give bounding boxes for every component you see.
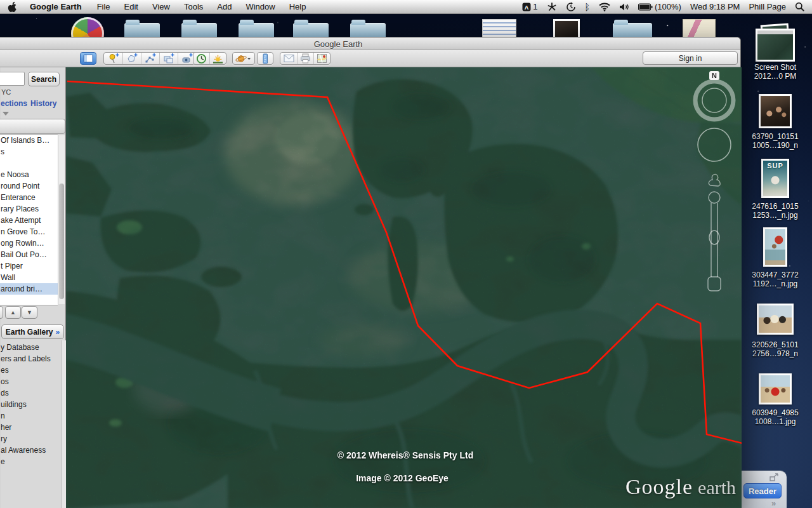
- menu-edit[interactable]: Edit: [124, 2, 138, 11]
- sup-magazine-icon[interactable]: SUP: [761, 159, 789, 198]
- battery-icon: [638, 3, 653, 11]
- bluetooth-icon[interactable]: ᛒ: [585, 2, 590, 12]
- create-tools-group: [103, 52, 197, 65]
- screenshot-file-icon[interactable]: [756, 29, 795, 62]
- places-list-item[interactable]: rary Places: [0, 203, 58, 215]
- fan-icon[interactable]: [547, 2, 557, 12]
- apple-menu-icon[interactable]: [8, 1, 17, 12]
- menu-add[interactable]: Add: [217, 2, 232, 11]
- layers-scrollbar[interactable]: [62, 340, 66, 508]
- places-list-item[interactable]: [0, 157, 58, 169]
- menu-tools[interactable]: Tools: [184, 2, 203, 11]
- battery-menu[interactable]: (100%): [638, 2, 681, 11]
- paddle-photo-icon[interactable]: [763, 227, 787, 267]
- google-earth-window: Google Earth: [0, 37, 741, 508]
- planets-button[interactable]: [232, 52, 255, 65]
- menu-clock[interactable]: Wed 9:18 PM: [690, 2, 740, 11]
- input-source-menu[interactable]: A 1: [522, 2, 537, 11]
- layers-list-item[interactable]: e: [1, 456, 62, 467]
- ruler-button[interactable]: [257, 52, 273, 65]
- layers-list-item[interactable]: ry: [1, 433, 62, 444]
- reader-button[interactable]: Reader: [743, 483, 782, 498]
- place-up-button[interactable]: ▲: [5, 306, 21, 319]
- safari-window-corner[interactable]: Reader »: [741, 471, 787, 508]
- layers-list-item[interactable]: es: [1, 364, 62, 376]
- earth-gallery-button[interactable]: Earth Gallery »: [1, 324, 64, 339]
- sidebar-toggle-button[interactable]: [80, 52, 96, 65]
- add-polygon-button[interactable]: [122, 53, 141, 64]
- historical-imagery-icon: [196, 53, 207, 64]
- places-list-item[interactable]: e Noosa: [0, 169, 58, 180]
- search-input[interactable]: [0, 72, 25, 86]
- place-down-button[interactable]: ▼: [22, 306, 37, 319]
- layers-list-item[interactable]: her: [1, 422, 62, 433]
- sign-in-button[interactable]: Sign in: [643, 51, 738, 65]
- record-tour-icon: [181, 53, 193, 64]
- menu-app-name[interactable]: Google Earth: [30, 2, 82, 11]
- historical-imagery-button[interactable]: [193, 53, 209, 64]
- places-list-item[interactable]: ake Attempt: [0, 215, 58, 226]
- view-in-maps-icon: [317, 53, 327, 64]
- file-label[interactable]: Screen Shot 2012…0 PM: [747, 63, 804, 81]
- spotlight-icon[interactable]: [795, 2, 804, 11]
- layers-list-item[interactable]: ds: [1, 387, 62, 399]
- wifi-icon[interactable]: [599, 3, 610, 11]
- cut-button[interactable]: [0, 306, 3, 319]
- file-label[interactable]: 603949_4985 1008…1.jpg: [747, 408, 804, 426]
- satellite-map[interactable]: N: [66, 67, 742, 508]
- user-menu[interactable]: Phill Page: [749, 2, 786, 11]
- menu-file[interactable]: File: [97, 2, 110, 11]
- time-machine-icon[interactable]: [566, 2, 576, 12]
- places-list-item[interactable]: t Piper: [0, 260, 58, 272]
- file-label[interactable]: 303447_3772 1192…_n.jpg: [747, 271, 804, 288]
- file-label[interactable]: 63790_10151 1005…190_n: [747, 132, 804, 150]
- image-overlay-icon: [163, 53, 174, 64]
- places-list-item[interactable]: Wall: [0, 272, 58, 283]
- photo-file-icon[interactable]: [759, 94, 792, 128]
- email-button[interactable]: [280, 53, 297, 64]
- view-in-maps-button[interactable]: [313, 53, 330, 64]
- history-link[interactable]: History: [30, 99, 56, 108]
- places-list-item-selected[interactable]: around bri…: [0, 283, 58, 295]
- file-label[interactable]: 320526_5101 2756…978_n: [747, 340, 804, 358]
- beach-photo-icon[interactable]: [759, 373, 792, 404]
- desktop: Screen Shot 2012…0 PM 63790_10151 1005…1…: [0, 0, 812, 508]
- add-placemark-button[interactable]: [104, 53, 122, 64]
- places-panel-header[interactable]: [0, 119, 65, 134]
- add-path-button[interactable]: [141, 53, 159, 64]
- layers-list-item[interactable]: n: [1, 410, 62, 422]
- layers-list-item[interactable]: os: [1, 376, 62, 387]
- places-list-item[interactable]: n Grove To…: [0, 226, 58, 237]
- share-tools-group: [280, 52, 331, 65]
- places-list-item[interactable]: Bail Out Po…: [0, 249, 58, 260]
- ruler-icon: [261, 53, 269, 64]
- sunlight-button[interactable]: [209, 53, 226, 64]
- menu-window[interactable]: Window: [246, 2, 275, 11]
- window-titlebar[interactable]: Google Earth: [0, 37, 740, 50]
- up-arrow-icon: ▲: [10, 309, 16, 316]
- menu-view[interactable]: View: [152, 2, 170, 11]
- share-icon[interactable]: [769, 473, 779, 482]
- layers-list-item[interactable]: ers and Labels: [1, 353, 62, 364]
- places-list-item[interactable]: Enterance: [0, 192, 58, 203]
- places-scrollbar-thumb[interactable]: [59, 184, 64, 299]
- get-directions-link[interactable]: ections: [1, 99, 27, 108]
- places-list-item[interactable]: s: [0, 146, 58, 157]
- add-image-overlay-button[interactable]: [159, 53, 178, 64]
- places-scrollbar[interactable]: [58, 135, 65, 304]
- places-list-item[interactable]: ong Rowin…: [0, 237, 58, 249]
- map-viewport[interactable]: N © 2012 Whereis® Sensis Pty Ltd Image ©…: [66, 67, 742, 508]
- menu-help[interactable]: Help: [289, 2, 306, 11]
- layers-list-item[interactable]: uildings: [1, 399, 62, 410]
- collapse-chevron-icon[interactable]: [3, 112, 9, 116]
- file-label[interactable]: 247616_1015 1253…_n.jpg: [747, 202, 804, 220]
- group-photo-icon[interactable]: [757, 304, 794, 335]
- overflow-chevron[interactable]: »: [771, 498, 776, 508]
- volume-icon[interactable]: [619, 3, 629, 11]
- layers-list-item[interactable]: al Awareness: [1, 444, 62, 456]
- layers-list-item[interactable]: y Database: [1, 342, 62, 353]
- places-list-item[interactable]: Of Islands B…: [0, 135, 58, 146]
- search-button[interactable]: Search: [28, 72, 60, 86]
- print-button[interactable]: [297, 53, 313, 64]
- places-list-item[interactable]: round Point: [0, 180, 58, 192]
